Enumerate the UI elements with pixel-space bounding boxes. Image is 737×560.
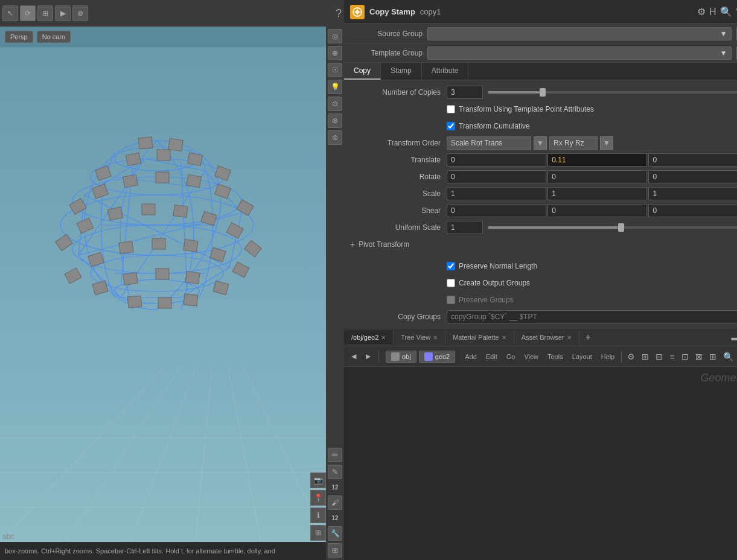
uniform-scale-input[interactable] (447, 221, 483, 234)
toolbar-icon-4[interactable]: ≡ (667, 351, 677, 363)
translate-y-input[interactable] (547, 153, 647, 167)
source-group-dropdown[interactable]: ▼ (427, 27, 732, 40)
scale-y-input[interactable] (547, 187, 647, 200)
search-icon[interactable]: 🔍 (720, 6, 732, 18)
toolbar-icon-6[interactable]: ⊠ (693, 351, 705, 363)
persp-dropdown[interactable]: Persp (5, 31, 33, 43)
toolbar-icon-3[interactable]: ⊟ (653, 351, 665, 363)
translate-z-input[interactable] (648, 153, 737, 167)
create-output-checkbox[interactable] (447, 279, 455, 287)
viewport-tool-2[interactable]: ⊕ (328, 46, 342, 60)
layout-btn[interactable]: ⊞ (310, 525, 326, 541)
render-tool[interactable]: ▶ (55, 5, 71, 21)
node-tab-material-close[interactable]: ✕ (502, 334, 506, 341)
rotate-order-dropdown[interactable]: Rx Ry Rz (549, 136, 598, 150)
transform-order-value: Scale Rot Trans (451, 139, 502, 147)
scale-z-input[interactable] (648, 187, 737, 200)
shear-y-input[interactable] (547, 204, 647, 217)
svg-rect-68 (158, 298, 171, 308)
view-tool[interactable]: ⊞ (37, 5, 53, 21)
toolbar-layout-btn[interactable]: Layout (569, 351, 596, 363)
copy-groups-input[interactable] (447, 310, 737, 323)
nav-back-btn[interactable]: ◀ (348, 351, 360, 362)
close-tool[interactable]: ⊗ (72, 5, 88, 21)
viewport-tool-brush[interactable]: ✏ (328, 448, 342, 462)
num-copies-slider[interactable] (488, 91, 737, 94)
transform-order-arrow[interactable]: ▼ (534, 136, 547, 150)
tab-minimize-btn[interactable]: ▬ (732, 332, 737, 342)
uniform-scale-slider[interactable] (488, 226, 737, 229)
node-tab-material[interactable]: Material Palette ✕ (445, 331, 514, 344)
bookmark-icon[interactable]: H (709, 7, 716, 18)
transform-using-label: Transform Using Template Point Attribute… (459, 105, 594, 113)
settings-icon[interactable]: ⚙ (697, 6, 706, 18)
tab-stamp[interactable]: Stamp (381, 63, 422, 80)
shear-x-input[interactable] (447, 204, 546, 217)
template-group-label: Template Group (350, 49, 423, 57)
node-canvas[interactable]: Geometry (344, 367, 737, 560)
shear-z-input[interactable] (648, 204, 737, 217)
toolbar-add-btn[interactable]: Add (461, 351, 480, 363)
toolbar-icon-8[interactable]: 🔍 (721, 351, 736, 363)
uniform-scale-label: Uniform Scale (350, 223, 447, 232)
viewport-tool-3[interactable]: ☉ (328, 63, 342, 77)
toolbar-tools-btn[interactable]: Tools (544, 351, 567, 363)
snapshot-btn[interactable]: 📷 (310, 472, 326, 488)
toolbar-icon-1[interactable]: ⚙ (625, 351, 637, 363)
preserve-normal-checkbox[interactable] (447, 262, 455, 270)
viewport-toolbar: ↖ ⟳ ⊞ ▶ ⊗ ? (0, 0, 344, 27)
location-btn[interactable]: 📍 (310, 490, 326, 506)
toolbar-icon-5[interactable]: ⊡ (679, 351, 691, 363)
transform-tool[interactable]: ⟳ (20, 5, 36, 21)
toolbar-view-btn[interactable]: View (520, 351, 542, 363)
viewport-tool-magnet[interactable]: 🔧 (328, 526, 342, 541)
viewport-tool-edit[interactable]: ✎ (328, 465, 342, 479)
toolbar-edit-btn[interactable]: Edit (482, 351, 501, 363)
node-name-label: copy1 (420, 7, 441, 16)
tab-attribute[interactable]: Attribute (422, 63, 469, 80)
viewport-tool-6[interactable]: ⊛ (328, 113, 342, 128)
breadcrumb-obj[interactable]: obj (386, 351, 416, 363)
transform-order-dropdown[interactable]: Scale Rot Trans (447, 136, 531, 150)
node-tab-asset-close[interactable]: ✕ (567, 334, 572, 341)
rotate-x-input[interactable] (447, 170, 546, 183)
help-icon[interactable]: ? (336, 7, 342, 20)
viewport-tool-1[interactable]: ◎ (328, 29, 342, 43)
transform-cumulative-checkbox[interactable] (447, 122, 455, 130)
viewport-tool-4[interactable]: 💡 (328, 80, 342, 94)
info-btn[interactable]: ℹ (310, 508, 326, 523)
num-copies-input[interactable] (447, 86, 483, 99)
select-tool[interactable]: ↖ (2, 5, 18, 21)
node-tab-geo2[interactable]: /obj/geo2 ✕ (344, 331, 394, 344)
scale-inputs (447, 187, 737, 200)
viewport-canvas[interactable] (0, 47, 326, 542)
viewport-tool-7[interactable]: ⊚ (328, 130, 342, 145)
rotate-z-input[interactable] (648, 170, 737, 183)
scale-x-input[interactable] (447, 187, 546, 200)
rotate-y-input[interactable] (547, 170, 647, 183)
node-tab-add[interactable]: + (579, 329, 597, 346)
tab-copy[interactable]: Copy (344, 63, 381, 80)
viewport-tool-5[interactable]: ⊙ (328, 97, 342, 111)
toolbar-go-btn[interactable]: Go (503, 351, 519, 363)
node-tab-treeview-close[interactable]: ✕ (433, 334, 438, 341)
toolbar-icon-2[interactable]: ⊞ (639, 351, 651, 363)
breadcrumb-geo2[interactable]: geo2 (419, 351, 455, 363)
toolbar-icon-7[interactable]: ⊞ (707, 351, 719, 363)
node-tab-asset[interactable]: Asset Browser ✕ (514, 331, 579, 344)
translate-x-input[interactable] (447, 153, 546, 167)
template-group-dropdown[interactable]: ▼ (427, 46, 732, 60)
nav-forward-btn[interactable]: ▶ (362, 351, 374, 362)
pivot-expand-btn[interactable]: + (350, 240, 355, 249)
viewport-tool-grid[interactable]: ⊞ (328, 543, 342, 558)
toolbar-help-btn[interactable]: Help (598, 351, 619, 363)
viewport-tool-paint[interactable]: 🖌 (328, 495, 342, 510)
node-tab-geo2-close[interactable]: ✕ (381, 334, 386, 341)
nocam-dropdown[interactable]: No cam (37, 31, 71, 43)
properties-header: Copy Stamp copy1 ⚙ H 🔍 ? ℹ (344, 0, 737, 24)
rotate-order-arrow[interactable]: ▼ (600, 136, 613, 150)
transform-using-checkbox[interactable] (447, 105, 455, 113)
node-tab-treeview[interactable]: Tree View ✕ (394, 331, 445, 344)
num-copies-thumb[interactable] (540, 88, 546, 97)
uniform-scale-thumb[interactable] (618, 223, 624, 232)
